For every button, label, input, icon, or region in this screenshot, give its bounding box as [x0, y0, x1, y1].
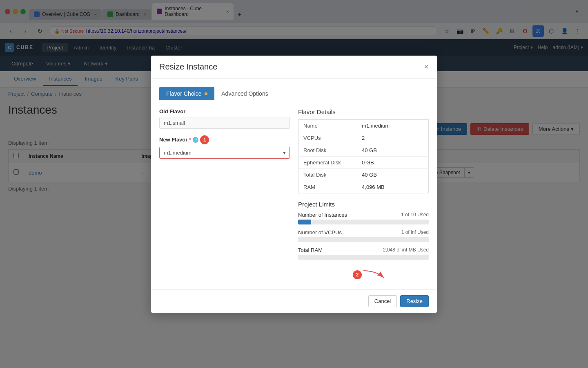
limit-vcpus-used: 1 of inf Used [401, 229, 429, 235]
modal-title: Resize Instance [159, 62, 217, 72]
limit-instances-bar-bg [298, 220, 429, 224]
old-flavor-label: Old Flavor [159, 108, 290, 114]
flavor-totaldisk-value: 40 GB [357, 168, 428, 181]
modal-overlay[interactable]: Resize Instance × Flavor Choice Advanced… [0, 0, 588, 368]
modal-tabs: Flavor Choice Advanced Options [159, 87, 429, 100]
flavor-detail-row-ephdisk: Ephemeral Disk 0 GB [298, 156, 429, 168]
flavor-ram-value: 4,096 MB [357, 181, 428, 193]
flavor-name-label: Name [298, 119, 357, 132]
resize-instance-modal: Resize Instance × Flavor Choice Advanced… [151, 56, 437, 313]
modal-body: Flavor Choice Advanced Options Old Flavo… [151, 79, 437, 289]
limit-ram: Total RAM 2,048 of inf MB Used [298, 247, 429, 260]
old-flavor-value: m1.small [159, 117, 290, 129]
limit-instances: Number of Instances 1 of 10 Used [298, 212, 429, 224]
annotation-badge-2: 2 [353, 270, 362, 279]
new-flavor-select[interactable]: m1.medium m1.tiny m1.small m1.large m1.x… [159, 147, 290, 159]
limit-vcpus-label: Number of VCPUs [298, 229, 342, 236]
flavor-detail-row-name: Name m1.medium [298, 119, 429, 132]
limit-instances-header: Number of Instances 1 of 10 Used [298, 212, 429, 218]
flavor-details-table: Name m1.medium VCPUs 2 Root Disk 40 GB [298, 119, 429, 193]
tab-required-dot [205, 92, 207, 95]
flavor-rootdisk-value: 40 GB [357, 144, 428, 156]
flavor-detail-row-ram: RAM 4,096 MB [298, 181, 429, 193]
limit-instances-label: Number of Instances [298, 212, 347, 218]
new-flavor-help-icon[interactable]: ? [193, 137, 198, 143]
old-flavor-group: Old Flavor m1.small [159, 108, 290, 129]
modal-footer: Cancel Resize [151, 289, 437, 313]
flavor-detail-row-rootdisk: Root Disk 40 GB [298, 144, 429, 156]
tab-flavor-choice[interactable]: Flavor Choice [159, 87, 214, 100]
flavor-ephdisk-label: Ephemeral Disk [298, 156, 357, 168]
flavor-detail-row-totaldisk: Total Disk 40 GB [298, 168, 429, 181]
limit-ram-used: 2,048 of inf MB Used [383, 247, 429, 253]
flavor-detail-row-vcpus: VCPUs 2 [298, 132, 429, 144]
flavor-vcpus-label: VCPUs [298, 132, 357, 144]
limit-vcpus-header: Number of VCPUs 1 of inf Used [298, 229, 429, 236]
modal-columns: Old Flavor m1.small New Flavor * ? 1 [159, 108, 429, 265]
limit-ram-label: Total RAM [298, 247, 323, 253]
new-flavor-group: New Flavor * ? 1 m1.medium m1.tiny m1.sm… [159, 135, 290, 159]
limit-ram-bar-bg [298, 255, 429, 260]
flavor-ephdisk-value: 0 GB [357, 156, 428, 168]
cancel-btn[interactable]: Cancel [368, 295, 397, 307]
flavor-rootdisk-label: Root Disk [298, 144, 357, 156]
annotation-badge-1: 1 [200, 135, 209, 144]
modal-close-btn[interactable]: × [424, 63, 429, 71]
flavor-vcpus-value: 2 [357, 132, 428, 144]
new-flavor-select-wrapper: m1.medium m1.tiny m1.small m1.large m1.x… [159, 147, 290, 159]
tab-advanced-label: Advanced Options [221, 90, 268, 97]
limit-instances-bar-fill [298, 220, 311, 224]
tab-advanced-options[interactable]: Advanced Options [214, 87, 275, 100]
flavor-ram-label: RAM [298, 181, 357, 193]
new-flavor-required: * [189, 137, 191, 143]
flavor-totaldisk-label: Total Disk [298, 168, 357, 181]
limit-ram-header: Total RAM 2,048 of inf MB Used [298, 247, 429, 253]
flavor-details-title: Flavor Details [298, 108, 429, 115]
project-limits-title: Project Limits [298, 201, 429, 208]
annotation-area: 2 [159, 269, 429, 281]
resize-btn[interactable]: Resize [400, 295, 429, 307]
limit-vcpus: Number of VCPUs 1 of inf Used [298, 229, 429, 242]
modal-right: Flavor Details Name m1.medium VCPUs 2 [298, 108, 429, 265]
modal-left: Old Flavor m1.small New Flavor * ? 1 [159, 108, 290, 265]
tab-flavor-label: Flavor Choice [166, 90, 201, 97]
limit-vcpus-bar-bg [298, 237, 429, 242]
arrow-annotation-svg [363, 269, 388, 281]
flavor-name-value: m1.medium [357, 119, 428, 132]
new-flavor-label-text: New Flavor [159, 137, 187, 143]
modal-header: Resize Instance × [151, 56, 437, 79]
limit-instances-used: 1 of 10 Used [401, 212, 429, 218]
new-flavor-label: New Flavor * ? 1 [159, 135, 290, 144]
